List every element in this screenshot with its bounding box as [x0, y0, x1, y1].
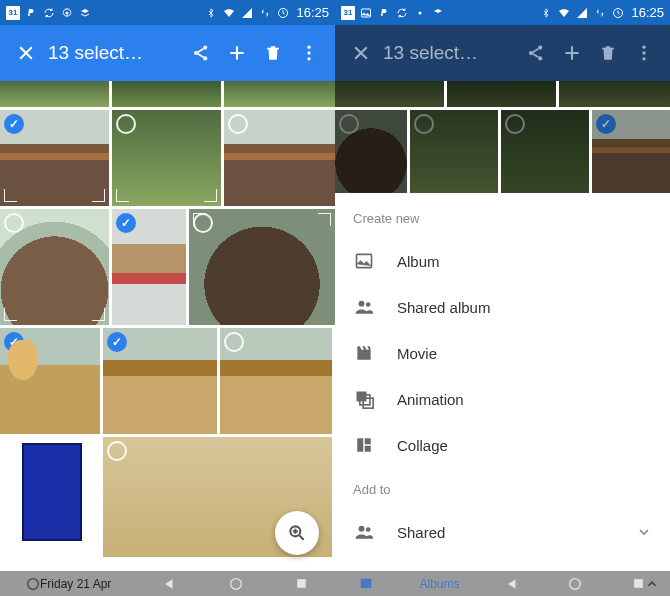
- clock-icon: [611, 6, 625, 20]
- signal-icon: [240, 6, 254, 20]
- sheet-item-label: Shared album: [397, 299, 490, 316]
- photo-thumbnail[interactable]: [224, 110, 335, 206]
- nav-home-icon[interactable]: [565, 574, 585, 594]
- sheet-item-collage[interactable]: Collage: [335, 422, 670, 468]
- svg-point-5: [307, 46, 310, 49]
- sheet-item-animation[interactable]: Animation: [335, 376, 670, 422]
- sheet-item-label: Movie: [397, 345, 437, 362]
- albums-tab-label[interactable]: Albums: [419, 577, 459, 591]
- svg-point-17: [538, 56, 542, 60]
- image-status-icon: [359, 6, 373, 20]
- selection-title: 13 select…: [48, 42, 179, 64]
- svg-point-0: [66, 11, 69, 14]
- nav-back-icon[interactable]: [159, 574, 179, 594]
- selection-ring-icon[interactable]: [228, 114, 248, 134]
- photo-thumbnail[interactable]: [0, 110, 109, 206]
- data-icon: [258, 6, 272, 20]
- bluetooth-icon: [204, 6, 218, 20]
- photo-thumbnail[interactable]: [0, 81, 109, 107]
- photo-thumbnail[interactable]: [112, 81, 221, 107]
- status-bar: 31 16:25: [335, 0, 670, 25]
- more-icon[interactable]: [630, 39, 658, 67]
- collage-icon: [353, 434, 375, 456]
- selection-app-bar-dimmed: 13 select…: [335, 25, 670, 81]
- svg-point-16: [538, 46, 542, 50]
- sheet-item-movie[interactable]: Movie: [335, 330, 670, 376]
- photo-thumbnail: [335, 81, 444, 107]
- layers-status-icon: [78, 6, 92, 20]
- sheet-section-title: Create new: [335, 207, 670, 238]
- album-icon: [353, 250, 375, 272]
- chevron-down-icon: [636, 524, 652, 540]
- caret-up-icon[interactable]: [642, 574, 662, 594]
- selection-checkmark-icon[interactable]: [4, 114, 24, 134]
- photo-thumbnail[interactable]: [224, 81, 335, 107]
- svg-rect-24: [357, 392, 367, 402]
- more-icon[interactable]: [295, 39, 323, 67]
- photo-thumbnail: [501, 110, 589, 193]
- nav-recent-icon[interactable]: [292, 574, 312, 594]
- sheet-item-label: Animation: [397, 391, 464, 408]
- photo-thumbnail: [559, 81, 670, 107]
- photo-thumbnail[interactable]: [112, 209, 186, 325]
- selection-checkmark-icon[interactable]: [107, 332, 127, 352]
- selection-ring-icon: [505, 114, 525, 134]
- nav-home-icon[interactable]: [226, 574, 246, 594]
- svg-point-31: [366, 527, 371, 532]
- svg-point-7: [307, 57, 310, 60]
- selection-ring-icon[interactable]: [116, 114, 136, 134]
- selection-ring-icon: [414, 114, 434, 134]
- status-time: 16:25: [296, 5, 329, 20]
- bluetooth-icon: [539, 6, 553, 20]
- nav-back-icon[interactable]: [502, 574, 522, 594]
- svg-point-19: [642, 51, 645, 54]
- photo-thumbnail[interactable]: [103, 328, 217, 434]
- share-icon[interactable]: [187, 39, 215, 67]
- share-icon[interactable]: [522, 39, 550, 67]
- sheet-item-album[interactable]: Album: [335, 238, 670, 284]
- paypal-status-icon: [377, 6, 391, 20]
- delete-icon[interactable]: [594, 39, 622, 67]
- movie-icon: [353, 342, 375, 364]
- sheet-item-label: Album: [397, 253, 440, 270]
- settings-status-icon: [60, 6, 74, 20]
- paypal-status-icon: [24, 6, 38, 20]
- add-icon[interactable]: [558, 39, 586, 67]
- add-icon[interactable]: [223, 39, 251, 67]
- search-fab[interactable]: [275, 511, 319, 555]
- sync-status-icon: [42, 6, 56, 20]
- photo-thumbnail: [447, 81, 556, 107]
- selection-ring-icon[interactable]: [193, 213, 213, 233]
- svg-point-32: [570, 578, 581, 589]
- animation-icon: [353, 388, 375, 410]
- photo-thumbnail[interactable]: [220, 328, 332, 434]
- selection-ring-icon[interactable]: [224, 332, 244, 352]
- selection-ring-icon: [339, 114, 359, 134]
- photo-thumbnail: [592, 110, 670, 193]
- selection-checkmark-icon[interactable]: [116, 213, 136, 233]
- svg-rect-11: [298, 579, 307, 588]
- svg-point-3: [203, 46, 207, 50]
- sheet-item-shared-album[interactable]: Shared album: [335, 284, 670, 330]
- layers-status-icon: [431, 6, 445, 20]
- photo-thumbnail[interactable]: [0, 209, 109, 325]
- selection-ring-icon[interactable]: [4, 213, 24, 233]
- photo-thumbnail[interactable]: [112, 110, 221, 206]
- photo-thumbnail[interactable]: [189, 209, 335, 325]
- status-time: 16:25: [631, 5, 664, 20]
- albums-tab-icon[interactable]: [356, 574, 376, 594]
- status-bar: 31 16:25: [0, 0, 335, 25]
- selection-ring-icon[interactable]: [107, 441, 127, 461]
- delete-icon[interactable]: [259, 39, 287, 67]
- selection-checkmark-icon[interactable]: [4, 332, 24, 352]
- sheet-item-label: Collage: [397, 437, 448, 454]
- navigation-bar: Friday 21 Apr: [0, 571, 335, 596]
- sheet-item-shared[interactable]: Shared: [335, 509, 670, 555]
- photo-thumbnail[interactable]: [0, 437, 100, 557]
- photo-thumbnail[interactable]: [0, 328, 100, 434]
- close-icon[interactable]: [12, 39, 40, 67]
- settings-status-icon: [413, 6, 427, 20]
- close-icon[interactable]: [347, 39, 375, 67]
- photo-grid: [0, 81, 335, 571]
- sync-status-icon: [395, 6, 409, 20]
